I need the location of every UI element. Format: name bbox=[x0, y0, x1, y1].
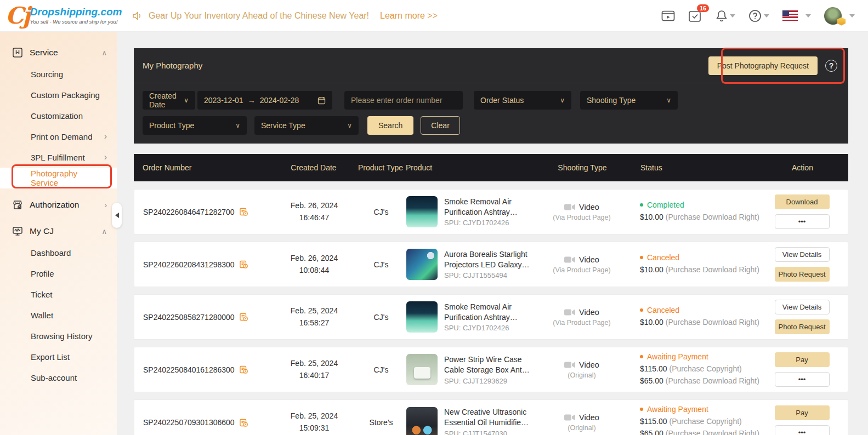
chevron-right-icon: › bbox=[104, 152, 107, 162]
product-thumb[interactable] bbox=[406, 407, 438, 435]
sidebar-section-my-cj[interactable]: My CJ ∧ bbox=[0, 220, 117, 242]
shooting-type-select[interactable]: Shooting Type ∨ bbox=[580, 91, 678, 110]
product-thumb[interactable] bbox=[406, 196, 438, 227]
sidebar-item-sourcing[interactable]: Sourcing bbox=[0, 64, 117, 84]
dropdown-label: Created Date bbox=[149, 91, 180, 109]
order-status-select[interactable]: Order Status ∨ bbox=[474, 91, 571, 110]
pay-button[interactable]: Pay bbox=[775, 352, 830, 367]
fee-list: $10.00 (Purchase Download Right) bbox=[640, 264, 765, 276]
sidebar-item-3pl-fulfillment[interactable]: 3PL Fulfillment › bbox=[0, 147, 117, 168]
product-type-value: CJ's bbox=[356, 260, 406, 269]
service-type-select[interactable]: Service Type ∨ bbox=[254, 116, 359, 135]
sidebar-item-label: Customization bbox=[31, 111, 83, 121]
order-record-icon[interactable] bbox=[239, 312, 248, 322]
status-dot-icon bbox=[640, 355, 643, 358]
created-time-value: 10:08:44 bbox=[273, 265, 356, 277]
download-button[interactable]: Download bbox=[775, 194, 830, 209]
order-record-icon[interactable] bbox=[239, 365, 248, 374]
sidebar-item-sub-account[interactable]: Sub-account bbox=[0, 367, 117, 388]
product-type-select[interactable]: Product Type ∨ bbox=[143, 116, 247, 135]
search-button[interactable]: Search bbox=[367, 116, 413, 135]
status-badge: Awaiting Payment bbox=[647, 405, 708, 414]
tasks-icon[interactable]: 16 bbox=[688, 9, 702, 22]
action-buttons: Download••• bbox=[765, 194, 839, 229]
shooting-type-value: Video bbox=[579, 360, 599, 369]
sidebar-item-print-on-demand[interactable]: Print on Demand › bbox=[0, 126, 117, 147]
sidebar-item-browsing-history[interactable]: Browsing History bbox=[0, 325, 117, 346]
sidebar-item-label: Dashboard bbox=[31, 248, 71, 257]
more-actions-button[interactable]: ••• bbox=[775, 372, 830, 387]
post-photography-request-button[interactable]: Post Photography Request bbox=[708, 56, 818, 75]
status-badge: Canceled bbox=[647, 306, 679, 314]
account-menu[interactable] bbox=[824, 7, 855, 25]
clear-button[interactable]: Clear bbox=[421, 116, 459, 135]
view-details-button[interactable]: View Details bbox=[775, 247, 830, 262]
table-row: SP2402250858271280000 Feb. 25, 2024 16:5… bbox=[134, 294, 848, 340]
sidebar-section-service[interactable]: Service ∧ bbox=[0, 42, 117, 64]
shooting-type-value: Video bbox=[579, 203, 599, 211]
product-title[interactable]: Smoke Removal Air Purification Ashtray A… bbox=[444, 302, 530, 323]
photo-request-button[interactable]: Photo Request bbox=[775, 319, 830, 334]
more-actions-button[interactable]: ••• bbox=[775, 214, 830, 229]
order-number-input[interactable] bbox=[344, 91, 463, 110]
created-time-value: 15:09:31 bbox=[273, 422, 356, 434]
fee-list: $115.00 (Purchase Copyright)$65.00 (Purc… bbox=[640, 416, 765, 435]
date-range-picker[interactable]: 2023-12-01 → 2024-02-28 bbox=[197, 91, 332, 110]
arrow-right-icon: → bbox=[248, 96, 256, 105]
product-thumb[interactable] bbox=[406, 301, 438, 333]
created-date-field-dropdown[interactable]: Created Date ∨ bbox=[143, 91, 195, 110]
announcement-text: Gear Up Your Inventory Ahead of the Chin… bbox=[149, 11, 369, 21]
product-title[interactable]: New Creative Ultrasonic Essential Oil Hu… bbox=[444, 407, 530, 428]
dropdown-label: Service Type bbox=[261, 121, 305, 130]
notifications-bell-icon[interactable] bbox=[716, 9, 735, 22]
sidebar-item-label: Print on Demand bbox=[31, 132, 93, 141]
created-date-value: Feb. 26, 2024 bbox=[273, 253, 356, 265]
help-icon[interactable] bbox=[748, 9, 769, 22]
product-thumb[interactable] bbox=[406, 249, 438, 280]
fee-list: $10.00 (Purchase Download Right) bbox=[640, 211, 765, 224]
product-type-value: CJ's bbox=[356, 365, 406, 374]
video-tutorials-icon[interactable] bbox=[661, 10, 675, 22]
order-record-icon[interactable] bbox=[239, 260, 248, 269]
fee-line: $65.00 (Purchase Download Right) bbox=[640, 428, 765, 435]
action-buttons: View DetailsPhoto Request bbox=[765, 300, 839, 334]
product-spu: SPU: CJJT1293629 bbox=[444, 377, 530, 385]
shooting-type-sub: (Original) bbox=[540, 371, 623, 379]
order-record-icon[interactable] bbox=[239, 418, 248, 427]
sidebar-item-photography-service[interactable]: Photography Service bbox=[0, 168, 117, 188]
filter-bar: Created Date ∨ 2023-12-01 → 2024-02-28 bbox=[134, 83, 848, 144]
order-number-value: SP2402250858271280000 bbox=[143, 313, 235, 322]
view-details-button[interactable]: View Details bbox=[775, 300, 830, 314]
tasks-count-badge: 16 bbox=[697, 4, 709, 12]
dropdown-label: Product Type bbox=[149, 121, 194, 130]
photo-request-button[interactable]: Photo Request bbox=[775, 267, 830, 282]
sidebar-item-profile[interactable]: Profile bbox=[0, 263, 117, 284]
product-thumb[interactable] bbox=[406, 354, 438, 385]
action-buttons: Pay••• bbox=[765, 405, 839, 435]
pay-button[interactable]: Pay bbox=[775, 405, 830, 420]
sidebar-item-customization[interactable]: Customization bbox=[0, 105, 117, 126]
fee-line: $115.00 (Purchase Copyright) bbox=[640, 416, 765, 428]
language-selector[interactable] bbox=[782, 10, 811, 21]
product-title[interactable]: Aurora Borealis Starlight Projectors LED… bbox=[444, 249, 530, 270]
more-actions-button[interactable]: ••• bbox=[775, 425, 830, 435]
chevron-left-icon bbox=[115, 213, 119, 218]
sidebar-item-ticket[interactable]: Ticket bbox=[0, 284, 117, 305]
order-record-icon[interactable] bbox=[239, 207, 248, 216]
sidebar-collapse-handle[interactable] bbox=[112, 203, 122, 228]
learn-more-link[interactable]: Learn more >> bbox=[380, 11, 438, 21]
product-title[interactable]: Power Strip Wire Case Cable Storage Box … bbox=[444, 354, 530, 375]
sidebar-item-wallet[interactable]: Wallet bbox=[0, 305, 117, 325]
help-circle-icon[interactable]: ? bbox=[825, 60, 837, 72]
sidebar-section-authorization[interactable]: Authorization › bbox=[0, 194, 117, 216]
created-time-value: 16:40:17 bbox=[273, 370, 356, 382]
shooting-type-value: Video bbox=[579, 255, 599, 264]
sidebar-item-custom-packaging[interactable]: Custom Packaging bbox=[0, 84, 117, 105]
sidebar-item-export-list[interactable]: Export List bbox=[0, 346, 117, 367]
product-title[interactable]: Smoke Removal Air Purification Ashtray A… bbox=[444, 197, 530, 218]
table-row: SP2402260208431298300 Feb. 26, 2024 10:0… bbox=[134, 242, 848, 287]
sidebar-item-dashboard[interactable]: Dashboard bbox=[0, 242, 117, 263]
column-header-product: Product bbox=[406, 163, 541, 172]
sidebar-item-label: 3PL Fulfillment bbox=[31, 153, 85, 162]
brand-logo[interactable]: Cj Dropshipping.com You sell - We source… bbox=[5, 4, 118, 27]
